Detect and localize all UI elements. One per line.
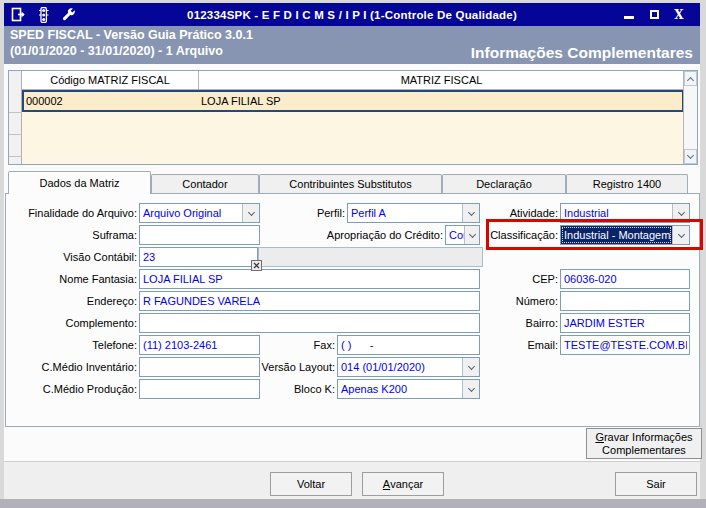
cep-label: CEP: bbox=[468, 269, 558, 289]
suframa-input[interactable] bbox=[139, 225, 260, 245]
visao-contabil-input[interactable] bbox=[139, 247, 258, 267]
visao-contabil-label: Visão Contábil: bbox=[8, 247, 137, 267]
classificacao-value: Industrial - Montagem bbox=[561, 226, 672, 244]
row-selector-column bbox=[9, 71, 22, 164]
avancar-initial: A bbox=[383, 478, 390, 490]
chevron-down-icon[interactable] bbox=[462, 358, 479, 376]
header-line2: (01/01/2020 - 31/01/2020) - 1 Arquivo bbox=[10, 44, 223, 58]
matriz-table: Código MATRIZ FISCAL MATRIZ FISCAL 00000… bbox=[8, 70, 698, 165]
visao-contabil-display bbox=[258, 247, 483, 267]
cep-input[interactable] bbox=[560, 269, 690, 289]
cmedio-producao-input[interactable] bbox=[139, 379, 260, 399]
suframa-label: Suframa: bbox=[8, 225, 137, 245]
checkbox-x-icon[interactable] bbox=[251, 257, 262, 275]
exit-icon[interactable] bbox=[10, 6, 27, 23]
numero-label: Número: bbox=[468, 291, 558, 311]
column-header-matriz: MATRIZ FISCAL bbox=[199, 71, 684, 89]
versao-layout-dropdown[interactable]: 014 (01/01/2020) bbox=[337, 357, 480, 377]
perfil-value: Perfil A bbox=[348, 204, 462, 222]
chevron-down-icon[interactable] bbox=[462, 380, 479, 398]
bairro-label: Bairro: bbox=[468, 313, 558, 333]
apropriacao-value: Com di bbox=[446, 226, 464, 244]
table-scrollbar[interactable] bbox=[683, 71, 697, 164]
versao-layout-label: Versão Layout: bbox=[240, 357, 335, 377]
tab-dados-da-matriz[interactable]: Dados da Matriz bbox=[8, 171, 151, 194]
nome-fantasia-label: Nome Fantasia: bbox=[8, 269, 137, 289]
scroll-down-icon[interactable] bbox=[684, 149, 697, 164]
cmedio-producao-label: C.Médio Produção: bbox=[8, 379, 137, 399]
complemento-input[interactable] bbox=[139, 313, 480, 333]
classificacao-dropdown[interactable]: Industrial - Montagem bbox=[560, 225, 690, 245]
table-body: 000002 LOJA FILIAL SP bbox=[22, 90, 684, 164]
cell-codigo: 000002 bbox=[24, 95, 199, 107]
bloco-k-label: Bloco K: bbox=[260, 379, 335, 399]
close-button[interactable]: X bbox=[672, 8, 686, 22]
bairro-input[interactable] bbox=[560, 313, 690, 333]
bloco-k-dropdown[interactable]: Apenas K200 bbox=[337, 379, 480, 399]
telefone-label: Telefone: bbox=[8, 335, 137, 355]
endereco-input[interactable] bbox=[139, 291, 480, 311]
minimize-button[interactable] bbox=[622, 8, 636, 22]
endereco-label: Endereço: bbox=[8, 291, 137, 311]
email-label: Email: bbox=[468, 335, 558, 355]
tab-contador[interactable]: Contador bbox=[151, 174, 259, 194]
bloco-k-value: Apenas K200 bbox=[338, 380, 462, 398]
window-title: 012334SPK - E F D I C M S / I P I (1-Con… bbox=[164, 9, 540, 21]
header-line1: SPED FISCAL - Versão Guia Prático 3.0.1 bbox=[10, 28, 253, 42]
window-frame-bottom bbox=[0, 499, 706, 508]
titlebar: 012334SPK - E F D I C M S / I P I (1-Con… bbox=[4, 3, 700, 26]
table-row[interactable]: 000002 LOJA FILIAL SP bbox=[22, 90, 684, 112]
header-band: SPED FISCAL - Versão Guia Prático 3.0.1 … bbox=[4, 26, 700, 64]
tab-registro-1400[interactable]: Registro 1400 bbox=[566, 174, 688, 194]
scroll-up-icon[interactable] bbox=[684, 71, 697, 86]
sair-button[interactable]: Sair bbox=[615, 472, 697, 496]
complemento-label: Complemento: bbox=[8, 313, 137, 333]
gravar-line2: Complementares bbox=[602, 444, 686, 457]
titlebar-toolbar bbox=[4, 6, 164, 23]
footer-bar bbox=[4, 462, 700, 499]
window-frame-left bbox=[0, 0, 4, 508]
chevron-down-icon[interactable] bbox=[672, 204, 689, 222]
page-title: Informações Complementares bbox=[471, 44, 693, 62]
nome-fantasia-input[interactable] bbox=[139, 269, 480, 289]
perfil-label: Perfil: bbox=[280, 203, 345, 223]
table-header-row: Código MATRIZ FISCAL MATRIZ FISCAL bbox=[22, 71, 684, 90]
avancar-rest: vançar bbox=[390, 478, 423, 490]
classificacao-label: Classificação: bbox=[468, 225, 558, 245]
traffic-light-icon[interactable] bbox=[35, 6, 52, 23]
cmedio-inventario-label: C.Médio Inventário: bbox=[8, 357, 137, 377]
window-controls: X bbox=[540, 8, 700, 22]
voltar-button[interactable]: Voltar bbox=[270, 472, 352, 496]
atividade-value: Industrial bbox=[561, 204, 672, 222]
perfil-dropdown[interactable]: Perfil A bbox=[347, 203, 480, 223]
chevron-down-icon[interactable] bbox=[242, 204, 259, 222]
tab-contribuintes-substitutos[interactable]: Contribuintes Substitutos bbox=[259, 174, 442, 194]
app-window: 012334SPK - E F D I C M S / I P I (1-Con… bbox=[0, 0, 706, 508]
email-input[interactable] bbox=[560, 335, 690, 355]
apropriacao-label: Apropriação do Crédito: bbox=[306, 225, 443, 245]
chevron-down-icon[interactable] bbox=[672, 226, 689, 244]
maximize-button[interactable] bbox=[647, 8, 661, 22]
gravar-informacoes-button[interactable]: Gravar Informações Complementares bbox=[586, 428, 702, 459]
finalidade-value: Arquivo Original bbox=[140, 204, 242, 222]
cell-matriz: LOJA FILIAL SP bbox=[199, 95, 682, 107]
tab-declaracao[interactable]: Declaração bbox=[442, 174, 566, 194]
fax-input[interactable] bbox=[337, 335, 480, 355]
finalidade-dropdown[interactable]: Arquivo Original bbox=[139, 203, 260, 223]
atividade-dropdown[interactable]: Industrial bbox=[560, 203, 690, 223]
gravar-line1: Gravar Informações bbox=[595, 431, 692, 444]
finalidade-label: Finalidade do Arquivo: bbox=[8, 203, 137, 223]
avancar-button[interactable]: Avançar bbox=[362, 472, 444, 496]
versao-layout-value: 014 (01/01/2020) bbox=[338, 358, 462, 376]
numero-input[interactable] bbox=[560, 291, 690, 311]
telefone-input[interactable] bbox=[139, 335, 260, 355]
fax-label: Fax: bbox=[290, 335, 335, 355]
wrench-icon[interactable] bbox=[60, 6, 77, 23]
column-header-codigo: Código MATRIZ FISCAL bbox=[22, 71, 199, 89]
atividade-label: Atividade: bbox=[468, 203, 558, 223]
